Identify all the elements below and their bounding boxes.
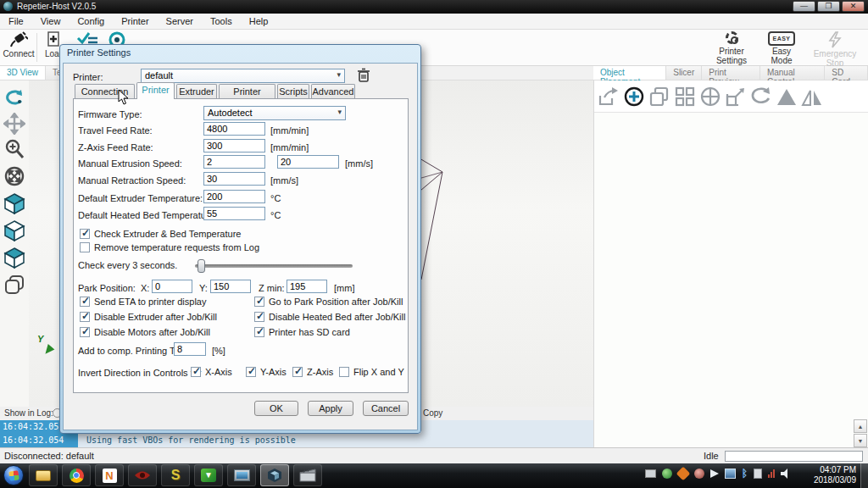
extruder-temp-input[interactable] [203, 190, 265, 203]
tray-monitor-icon[interactable] [725, 469, 736, 479]
menu-view[interactable]: View [32, 14, 70, 28]
zoom-view-button[interactable] [3, 138, 25, 160]
taskbar-explorer[interactable] [29, 464, 58, 486]
taskbar-s-app[interactable]: S [161, 464, 190, 486]
tab-sd-card[interactable]: SD Card [825, 66, 868, 80]
park-z-input[interactable] [287, 280, 327, 293]
disable-motors-checkbox[interactable]: Disable Motors after Job/Kill [80, 327, 210, 337]
disable-bed-checkbox[interactable]: Disable Heated Bed after Job/Kill [254, 312, 405, 322]
disable-extruder-checkbox[interactable]: Disable Extruder after Job/Kill [80, 312, 217, 322]
front-view-button[interactable] [3, 219, 25, 241]
isometric-view-button[interactable] [3, 192, 25, 214]
dialog-tab-advanced[interactable]: Advanced [311, 84, 355, 99]
tab-print-preview[interactable]: Print Preview [702, 66, 760, 80]
top-view-button[interactable] [3, 247, 25, 269]
tray-speaker-icon[interactable] [781, 469, 792, 479]
goto-park-checkbox[interactable]: Go to Park Position after Job/Kill [254, 297, 403, 307]
delete-printer-button[interactable] [357, 68, 370, 82]
easy-mode-button[interactable]: EASY Easy Mode [761, 31, 802, 65]
scroll-down-button[interactable]: ▼ [854, 434, 867, 447]
connect-button[interactable]: Connect [2, 31, 36, 58]
extrusion-speed-input-1[interactable] [203, 155, 265, 169]
remove-temp-requests-checkbox[interactable]: Remove temperature requests from Log [80, 242, 259, 252]
taskbar-image-viewer[interactable] [227, 464, 256, 486]
scroll-up-button[interactable]: ▲ [854, 419, 867, 433]
tray-clipboard-icon[interactable] [754, 469, 762, 479]
add-printing-time-input[interactable] [174, 342, 206, 356]
invert-y-checkbox[interactable]: Y-Axis [246, 367, 287, 377]
scale-object-icon[interactable] [725, 86, 747, 108]
maximize-button[interactable]: ❐ [817, 1, 840, 12]
tray-clapper-icon[interactable] [645, 469, 656, 478]
flip-xy-checkbox[interactable]: Flip X and Y [339, 367, 404, 377]
drop-object-icon[interactable] [776, 86, 798, 108]
invert-z-checkbox[interactable]: Z-Axis [292, 367, 333, 377]
taskbar-chrome[interactable] [62, 464, 91, 486]
taskbar-movie-maker[interactable] [293, 464, 322, 486]
rotate-view-button[interactable] [3, 87, 25, 109]
show-objects-button[interactable] [3, 274, 25, 296]
printer-select[interactable]: default [141, 69, 345, 83]
apply-button[interactable]: Apply [308, 401, 353, 416]
tray-signal-icon[interactable] [768, 469, 775, 478]
move-view-button[interactable] [3, 113, 25, 135]
log-row[interactable]: 16:04:32.054 Using fast VBOs for renderi… [0, 434, 593, 447]
menu-file[interactable]: File [0, 14, 32, 28]
start-button[interactable] [3, 465, 24, 485]
export-object-icon[interactable] [598, 86, 620, 108]
mirror-object-icon[interactable] [801, 86, 823, 108]
taskbar-repetier[interactable] [260, 464, 289, 486]
dialog-tab-printer-shape[interactable]: Printer Shape [219, 84, 275, 99]
menu-tools[interactable]: Tools [202, 14, 241, 28]
ok-button[interactable]: OK [254, 401, 298, 416]
cube-isometric-icon [3, 192, 25, 214]
minimize-button[interactable]: — [793, 1, 815, 12]
check-temperature-checkbox[interactable]: Check Extruder & Bed Temperature [80, 229, 241, 239]
add-object-icon[interactable] [623, 86, 645, 108]
menu-server[interactable]: Server [158, 14, 202, 28]
cancel-button[interactable]: Cancel [363, 401, 409, 416]
tray-swirl-icon[interactable] [662, 469, 672, 479]
zaxis-feed-rate-input[interactable] [203, 139, 265, 152]
fit-view-button[interactable] [3, 165, 25, 187]
park-y-input[interactable] [210, 280, 251, 293]
printer-settings-button[interactable]: Printer Settings [706, 31, 757, 65]
taskbar-notepad[interactable]: N [95, 464, 124, 486]
menu-config[interactable]: Config [69, 14, 113, 28]
interval-slider-track[interactable] [195, 264, 353, 268]
send-eta-checkbox[interactable]: Send ETA to printer display [80, 297, 206, 307]
park-x-input[interactable] [152, 280, 192, 293]
travel-feed-rate-input[interactable] [203, 122, 265, 136]
close-button[interactable]: ✕ [842, 1, 865, 12]
taskbar-clock[interactable]: 04:07 PM 2018/03/09 [814, 465, 856, 485]
center-object-icon[interactable] [699, 86, 721, 108]
copy-object-icon[interactable] [648, 86, 670, 108]
dialog-tab-printer[interactable]: Printer [136, 82, 175, 99]
progress-bar [725, 451, 863, 462]
rotate-object-icon[interactable] [750, 86, 772, 108]
interval-slider-thumb[interactable] [198, 259, 205, 273]
copy-log-button[interactable]: Copy [423, 408, 442, 418]
menu-printer[interactable]: Printer [113, 14, 157, 28]
retraction-speed-input[interactable] [203, 172, 265, 186]
tab-slicer[interactable]: Slicer [666, 66, 702, 80]
tab-manual-control[interactable]: Manual Control [760, 66, 825, 80]
tray-antivirus-icon[interactable] [676, 467, 690, 481]
bed-temp-input[interactable] [203, 207, 265, 220]
tab-3d-view[interactable]: 3D View [0, 66, 46, 80]
menu-help[interactable]: Help [241, 14, 277, 28]
taskbar-idm[interactable]: ▼ [194, 464, 223, 486]
autoposition-icon[interactable] [674, 86, 696, 108]
dialog-tab-extruder[interactable]: Extruder [176, 84, 217, 99]
extrusion-speed-input-2[interactable] [277, 155, 339, 169]
tray-flag-icon[interactable] [710, 469, 719, 478]
taskbar-eye-app[interactable] [128, 464, 157, 486]
show-desktop-button[interactable] [860, 463, 868, 488]
dialog-tab-scripts[interactable]: Scripts [277, 84, 309, 99]
tab-object-placement[interactable]: Object Placement [593, 66, 666, 80]
invert-x-checkbox[interactable]: X-Axis [191, 367, 232, 377]
tray-bluetooth-icon[interactable]: ᛒ [742, 468, 748, 480]
printer-has-sd-checkbox[interactable]: Printer has SD card [254, 327, 350, 337]
tray-paw-icon[interactable] [694, 469, 704, 479]
firmware-type-select[interactable]: Autodetect [203, 106, 346, 120]
